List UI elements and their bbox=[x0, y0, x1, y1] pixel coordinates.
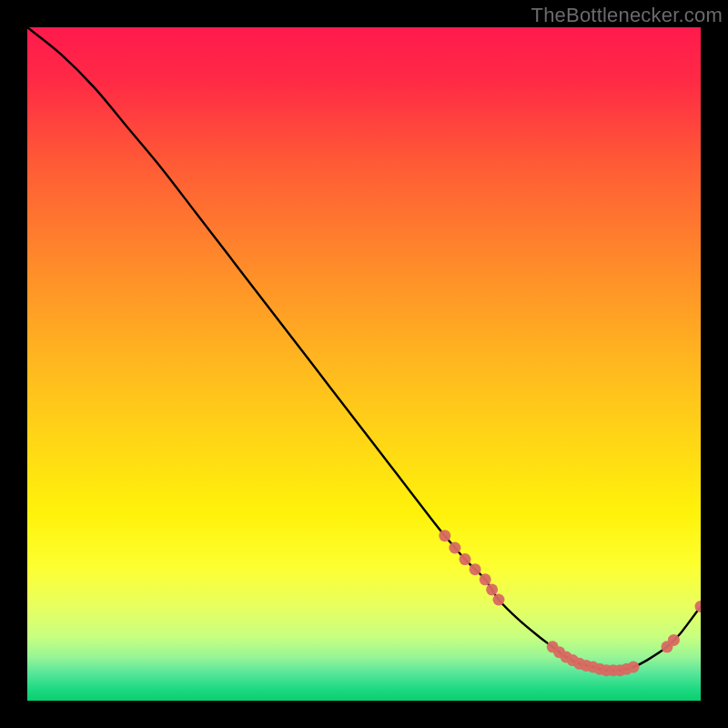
chart-marker bbox=[628, 662, 640, 673]
chart-marker bbox=[668, 634, 680, 646]
chart-marker bbox=[449, 542, 460, 554]
attribution-text: TheBottlenecker.com bbox=[531, 4, 723, 27]
chart-marker bbox=[460, 553, 471, 565]
chart-stage: TheBottlenecker.com bbox=[0, 0, 728, 728]
chart-svg bbox=[27, 27, 701, 701]
chart-plot-area bbox=[27, 27, 701, 701]
chart-marker bbox=[439, 530, 450, 541]
chart-marker bbox=[470, 563, 481, 575]
chart-marker bbox=[486, 583, 498, 595]
chart-marker bbox=[480, 573, 491, 585]
chart-marker bbox=[493, 594, 505, 606]
